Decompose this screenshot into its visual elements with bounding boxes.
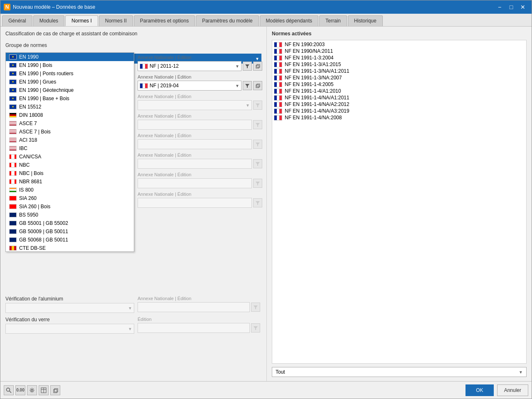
svg-rect-4: [257, 64, 260, 67]
dropdown-item-gb50068[interactable]: GB 50068 | GB 50011: [6, 236, 134, 244]
dropdown-item-sia260-bois[interactable]: SIA 260 | Bois: [6, 202, 134, 211]
annexe-8-block: Annexe Nationale | Édition: [138, 192, 262, 208]
section-title: Classification de cas de charge et assis…: [5, 31, 261, 37]
annexe-4-label: Annexe Nationale | Édition: [138, 113, 262, 118]
tab-normes1[interactable]: Normes I: [65, 15, 98, 26]
annexe-1-label: Annexe Nationale | Édition: [138, 55, 262, 60]
aluminium-dropdown: ▼: [5, 303, 134, 313]
svg-rect-6: [256, 85, 259, 88]
annexe-8-filter: [253, 198, 262, 207]
dropdown-item-nbc-bois[interactable]: NBC | Bois: [6, 169, 134, 177]
svg-rect-22: [54, 389, 57, 393]
tout-dropdown-arrow: ▼: [519, 370, 523, 374]
dropdown-item-en1990-ponts[interactable]: EN 1990 | Ponts routiers: [6, 69, 134, 78]
tab-modeles-dep[interactable]: Modèles dépendants: [260, 15, 318, 26]
window-title: Nouveau modèle – Données de base: [13, 4, 95, 10]
maximize-button[interactable]: □: [506, 3, 517, 11]
dropdown-item-cte[interactable]: CTE DB-SE: [6, 244, 134, 252]
annexe-1-filter[interactable]: [243, 62, 252, 71]
norme-item-3: NF EN 1991-1-3:2004: [273, 54, 525, 61]
group-label: Groupe de normes: [5, 42, 261, 48]
svg-point-16: [7, 388, 10, 391]
annexe-2-filter[interactable]: [243, 81, 252, 90]
dropdown-item-nbr8681[interactable]: NBR 8681: [6, 177, 134, 186]
dropdown-item-asce7[interactable]: ASCE 7: [6, 119, 134, 128]
dropdown-item-bs5950[interactable]: BS 5950: [6, 211, 134, 219]
dropdown-item-en15512[interactable]: EN 15512: [6, 103, 134, 111]
dropdown-item-ibc[interactable]: IBC: [6, 144, 134, 153]
tab-normes2[interactable]: Normes II: [99, 15, 133, 26]
annexe-6-filter: [253, 159, 262, 168]
copy-icon[interactable]: [50, 385, 60, 395]
annexe-2-label: Annexe Nationale | Édition: [138, 74, 262, 79]
dropdown-item-sia260[interactable]: SIA 260: [6, 194, 134, 202]
dropdown-item-din18008[interactable]: DIN 18008: [6, 111, 134, 119]
verre-edition-filter: [251, 323, 260, 332]
right-panel: Normes activées NF EN 1990:2003 NF EN 19…: [266, 27, 532, 381]
annexe-1-dropdown[interactable]: NF | 2011-12 ▼: [138, 61, 241, 71]
main-window: N Nouveau modèle – Données de base − □ ✕…: [0, 0, 532, 399]
svg-marker-5: [245, 84, 249, 88]
number-icon[interactable]: 0.00: [15, 385, 25, 395]
dropdown-item-en1990-base-bois[interactable]: EN 1990 | Base + Bois: [6, 94, 134, 103]
tab-modules[interactable]: Modules: [33, 15, 64, 26]
tab-terrain[interactable]: Terrain: [319, 15, 347, 26]
title-controls: − □ ✕: [494, 3, 528, 11]
dropdown-item-en1990-geo[interactable]: EN 1990 | Géotechnique: [6, 86, 134, 94]
annexe-2-block: Annexe Nationale | Édition NF | 2019-04 …: [138, 74, 262, 91]
search-icon[interactable]: [4, 385, 14, 395]
tab-historique[interactable]: Historique: [348, 15, 383, 26]
norme-item-8: NF EN 1991-1-4/A1:2010: [273, 88, 525, 94]
norme-item-5: NF EN 1991-1-3/NA/A1:2011: [273, 68, 525, 74]
tout-label: Tout: [276, 369, 285, 375]
annexe-6-label: Annexe Nationale | Édition: [138, 153, 262, 158]
table-icon[interactable]: [39, 385, 49, 395]
tab-general[interactable]: Général: [2, 15, 32, 26]
settings-icon[interactable]: [27, 385, 37, 395]
verre-edition-section: Édition: [138, 317, 260, 333]
annexe-7-dropdown: [138, 178, 252, 188]
dropdown-item-aci318[interactable]: ACI 318: [6, 136, 134, 144]
normes-list-container: NF EN 1990:2003 NF EN 1990/NA:2011 NF EN…: [272, 40, 527, 364]
dropdown-item-asce7-bois[interactable]: ASCE 7 | Bois: [6, 128, 134, 136]
annexe-4-filter: [253, 120, 262, 129]
action-buttons: OK Annuler: [466, 384, 528, 396]
annexe-4-dropdown: [138, 120, 252, 130]
tout-dropdown[interactable]: Tout ▼: [272, 367, 527, 377]
tab-params-options[interactable]: Paramètres et options: [134, 15, 195, 26]
tab-params-modele[interactable]: Paramètres du modèle: [196, 15, 259, 26]
aluminium-annexe-dropdown: [138, 302, 250, 312]
dropdown-item-en1990[interactable]: EN 1990: [6, 53, 134, 61]
dropdown-item-gb50009[interactable]: GB 50009 | GB 50011: [6, 227, 134, 236]
content-area: Classification de cas de charge et assis…: [0, 27, 532, 381]
verre-dropdown: ▼: [5, 324, 134, 334]
annexe-7-filter: [253, 179, 262, 188]
aluminium-label: Vérification de l'aluminium: [5, 296, 134, 302]
close-button[interactable]: ✕: [517, 3, 528, 11]
title-bar-left: N Nouveau modèle – Données de base: [4, 4, 95, 10]
aluminium-annexe-filter: [251, 303, 260, 312]
dropdown-item-en1990-bois[interactable]: EN 1990 | Bois: [6, 61, 134, 69]
svg-rect-23: [54, 389, 58, 392]
dropdown-item-is800[interactable]: IS 800: [6, 186, 134, 194]
annexe-5-filter: [253, 140, 262, 149]
aluminium-annexe-section: Annexe Nationale | Édition: [138, 296, 260, 312]
aluminium-annexe-label: Annexe Nationale | Édition: [138, 296, 260, 301]
annexe-2-arrow: ▼: [235, 84, 239, 88]
dropdown-item-en1990-grues[interactable]: EN 1990 | Grues: [6, 78, 134, 86]
svg-rect-3: [256, 65, 259, 68]
annexe-1-copy[interactable]: [253, 62, 262, 71]
norme-item-11: NF EN 1991-1-4/NA/A3:2019: [273, 108, 525, 114]
dropdown-item-nbc[interactable]: NBC: [6, 161, 134, 169]
svg-marker-9: [256, 123, 260, 127]
cancel-button[interactable]: Annuler: [497, 384, 528, 396]
annexe-2-dropdown[interactable]: NF | 2019-04 ▼: [138, 81, 241, 91]
svg-marker-8: [256, 103, 260, 107]
dropdown-item-gb55001[interactable]: GB 55001 | GB 55002: [6, 219, 134, 227]
ok-button[interactable]: OK: [466, 384, 493, 396]
norme-item-6: NF EN 1991-1-3/NA:2007: [273, 74, 525, 81]
dropdown-item-cancsa[interactable]: CAN/CSA: [6, 153, 134, 161]
annexe-2-copy[interactable]: [253, 81, 262, 90]
status-bar: 0.00 OK Annuler: [0, 381, 532, 399]
minimize-button[interactable]: −: [494, 3, 505, 11]
